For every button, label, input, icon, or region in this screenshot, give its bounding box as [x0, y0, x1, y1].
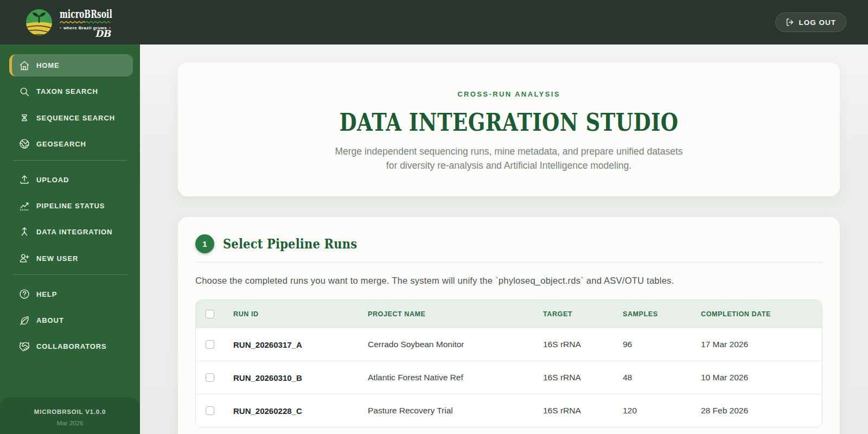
divider: [195, 262, 822, 263]
handshake-icon: [19, 341, 30, 352]
globe-icon: [19, 138, 30, 149]
upload-icon: [19, 174, 30, 185]
sidebar-item-geosearch[interactable]: GEOSEARCH: [9, 133, 133, 155]
hero-kicker: CROSS-RUN ANALYSIS: [178, 91, 840, 98]
sidebar-item-label: ABOUT: [36, 316, 64, 324]
user-plus-icon: [19, 253, 30, 264]
leaf-icon: [19, 315, 30, 326]
run-samples: 120: [614, 406, 692, 416]
sidebar-item-help[interactable]: HELP: [9, 283, 133, 305]
sidebar-item-label: GEOSEARCH: [36, 140, 86, 148]
sidebar-divider: [13, 275, 127, 275]
run-id: RUN_20260310_B: [225, 373, 359, 382]
run-id: RUN_20260228_C: [225, 406, 359, 416]
sidebar-item-label: HELP: [36, 290, 57, 298]
run-project: Cerrado Soybean Monitor: [359, 340, 534, 349]
sidebar-item-data-integration[interactable]: DATA INTEGRATION: [9, 221, 133, 243]
top-bar: microBRsoil where Brazil grows DB LOG OU…: [0, 0, 868, 44]
logo-wave: [60, 21, 111, 24]
search-icon: [19, 86, 30, 97]
run-target: 16S rRNA: [534, 406, 614, 416]
chart-icon: [19, 201, 30, 212]
run-date: 28 Feb 2026: [692, 406, 822, 416]
col-project-name: PROJECT NAME: [359, 310, 534, 318]
sidebar-item-label: TAXON SEARCH: [36, 87, 98, 95]
sidebar-item-label: HOME: [36, 61, 60, 69]
run-project: Pasture Recovery Trial: [359, 406, 534, 416]
run-target: 16S rRNA: [534, 373, 614, 382]
step-title: Select Pipeline Runs: [223, 236, 357, 251]
step-description: Choose the completed runs you want to me…: [195, 276, 822, 285]
help-icon: [19, 289, 30, 299]
run-checkbox[interactable]: [206, 406, 214, 415]
col-completion-date: COMPLETION DATE: [692, 310, 822, 318]
logout-label: LOG OUT: [799, 18, 837, 27]
page-title: DATA INTEGRATION STUDIO: [178, 107, 840, 137]
app-logo: microBRsoil where Brazil grows DB: [25, 7, 111, 37]
select-all-checkbox[interactable]: [206, 310, 214, 318]
col-samples: SAMPLES: [614, 310, 692, 318]
step-header: 1 Select Pipeline Runs: [195, 234, 822, 253]
brand-db: DB: [95, 30, 111, 37]
sidebar-item-about[interactable]: ABOUT: [9, 309, 133, 331]
col-run-id: RUN ID: [225, 310, 359, 318]
main-content: CROSS-RUN ANALYSIS DATA INTEGRATION STUD…: [140, 44, 868, 434]
sidebar-item-label: PIPELINE STATUS: [36, 202, 105, 210]
sidebar-item-label: NEW USER: [36, 254, 78, 263]
run-checkbox[interactable]: [206, 373, 214, 382]
hero-subtitle: Merge independent sequencing runs, mine …: [178, 144, 840, 173]
sidebar-item-pipeline-status[interactable]: PIPELINE STATUS: [9, 195, 133, 217]
runs-table: RUN ID PROJECT NAME TARGET SAMPLES COMPL…: [195, 299, 822, 427]
sidebar-item-sequence-search[interactable]: SEQUENCE SEARCH: [9, 107, 133, 129]
sidebar-divider: [13, 160, 127, 161]
hero-card: CROSS-RUN ANALYSIS DATA INTEGRATION STUD…: [178, 62, 840, 196]
home-icon: [19, 60, 30, 71]
sidebar-item-upload[interactable]: UPLOAD: [9, 169, 133, 191]
sidebar-footer: MICROBRSOIL V1.0.0 Mar 2026: [0, 397, 140, 434]
run-date: 17 Mar 2026: [692, 340, 822, 349]
logout-button[interactable]: LOG OUT: [775, 12, 847, 32]
run-row: RUN_20260228_CPasture Recovery Trial16S …: [196, 394, 822, 427]
dna-icon: [19, 112, 30, 123]
run-row: RUN_20260317_ACerrado Soybean Monitor16S…: [196, 328, 822, 361]
sidebar-item-label: COLLABORATORS: [36, 342, 107, 350]
run-date: 10 Mar 2026: [692, 373, 822, 382]
sidebar: HOMETAXON SEARCHSEQUENCE SEARCHGEOSEARCH…: [0, 44, 140, 434]
step-number-badge: 1: [195, 234, 214, 253]
sidebar-item-new-user[interactable]: NEW USER: [9, 247, 133, 270]
sidebar-item-home[interactable]: HOME: [9, 54, 133, 76]
sidebar-nav: HOMETAXON SEARCHSEQUENCE SEARCHGEOSEARCH…: [0, 54, 140, 362]
brand-name: microBRsoil: [60, 9, 95, 20]
table-header-row: RUN ID PROJECT NAME TARGET SAMPLES COMPL…: [196, 300, 822, 328]
sidebar-item-label: SEQUENCE SEARCH: [36, 114, 115, 122]
run-samples: 96: [614, 340, 692, 349]
sidebar-item-label: DATA INTEGRATION: [36, 228, 112, 236]
run-target: 16S rRNA: [534, 340, 614, 349]
run-checkbox[interactable]: [206, 340, 214, 349]
run-project: Atlantic Forest Native Ref: [359, 373, 534, 382]
run-row: RUN_20260310_BAtlantic Forest Native Ref…: [196, 361, 822, 394]
sidebar-item-collaborators[interactable]: COLLABORATORS: [9, 335, 133, 358]
run-id: RUN_20260317_A: [225, 340, 359, 349]
sidebar-item-label: UPLOAD: [36, 176, 69, 184]
run-samples: 48: [614, 373, 692, 382]
app-version-date: Mar 2026: [0, 420, 140, 426]
col-target: TARGET: [534, 310, 614, 318]
app-version: MICROBRSOIL V1.0.0: [0, 408, 140, 416]
logo-icon: [25, 9, 53, 36]
sidebar-item-taxon-search[interactable]: TAXON SEARCH: [9, 80, 133, 103]
select-runs-card: 1 Select Pipeline Runs Choose the comple…: [178, 217, 840, 434]
merge-icon: [19, 227, 30, 238]
logout-icon: [786, 18, 794, 27]
